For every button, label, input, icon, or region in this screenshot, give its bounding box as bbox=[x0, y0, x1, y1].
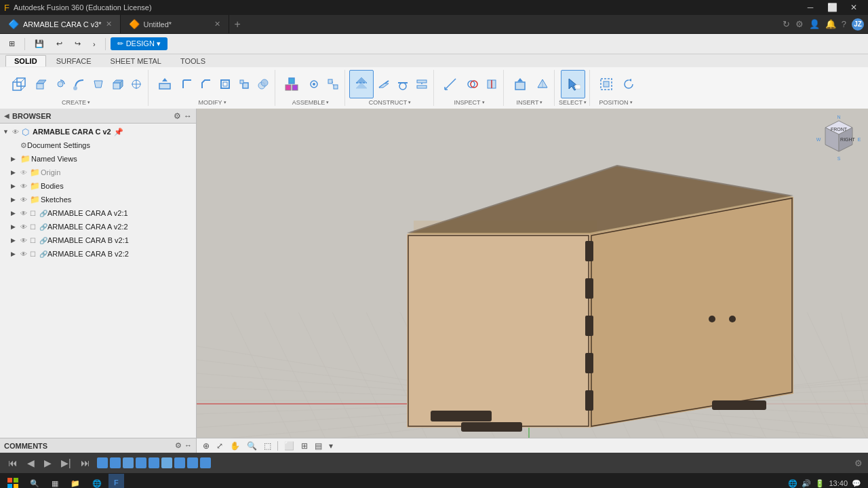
timeline-item-4[interactable] bbox=[136, 457, 146, 468]
timeline-next-button[interactable]: ▶| bbox=[58, 456, 74, 470]
timeline-item-2[interactable] bbox=[110, 457, 121, 468]
tree-cara-a-v1[interactable]: ▶ 👁 ☐ 🔗 ARMABLE CARA A v2:1 bbox=[0, 206, 196, 220]
taskbar-edge[interactable]: 🌐 bbox=[87, 474, 107, 488]
pan-icon[interactable]: ✋ bbox=[228, 440, 242, 452]
tab-close-button[interactable]: ✕ bbox=[106, 20, 112, 29]
revolve-icon[interactable] bbox=[52, 75, 69, 93]
battery-icon[interactable]: 🔋 bbox=[815, 479, 825, 488]
network-icon[interactable]: 🌐 bbox=[788, 479, 797, 488]
cara-b1-vis[interactable]: 👁 bbox=[20, 237, 30, 244]
undo-button[interactable]: ↩ bbox=[52, 36, 67, 52]
render-settings-icon[interactable]: ▾ bbox=[327, 440, 335, 452]
tangent-plane-icon[interactable] bbox=[394, 75, 412, 93]
press-pull-icon[interactable] bbox=[153, 70, 177, 98]
save-button[interactable]: 💾 bbox=[30, 36, 49, 52]
tree-root-item[interactable]: ▼ 👁 ⬡ ARMABLE CARA C v2 📌 bbox=[0, 125, 196, 138]
offset-plane-icon[interactable] bbox=[349, 70, 374, 98]
tree-named-views[interactable]: ▶ 📁 Named Views bbox=[0, 152, 196, 166]
tree-cara-b-v1[interactable]: ▶ 👁 ☐ 🔗 ARMABLE CARA B v2:1 bbox=[0, 233, 196, 247]
cara-a2-vis[interactable]: 👁 bbox=[20, 223, 30, 231]
cara-b2-vis[interactable]: 👁 bbox=[20, 250, 30, 258]
measure-icon[interactable] bbox=[438, 70, 462, 98]
redo-button[interactable]: ↪ bbox=[70, 36, 85, 52]
shell-icon[interactable] bbox=[216, 75, 234, 93]
fillet-icon[interactable] bbox=[178, 75, 196, 93]
tab-surface[interactable]: SURFACE bbox=[47, 55, 100, 67]
tab-close-button-2[interactable]: ✕ bbox=[214, 20, 220, 29]
minimize-button[interactable]: ─ bbox=[800, 0, 821, 15]
tree-cara-b-v2[interactable]: ▶ 👁 ☐ 🔗 ARMABLE CARA B v2:2 bbox=[0, 247, 196, 261]
tab-armable-cara-c[interactable]: 🔷 ARMABLE CARA C v3* ✕ bbox=[0, 15, 121, 33]
timeline-item-6[interactable] bbox=[161, 457, 172, 468]
timeline-item-1[interactable] bbox=[97, 457, 108, 468]
notification-center-icon[interactable]: 💬 bbox=[852, 479, 861, 488]
user-avatar[interactable]: JZ bbox=[852, 18, 864, 31]
origin-visibility-icon[interactable]: 👁 bbox=[20, 169, 30, 176]
timeline-step-forward-button[interactable]: ⏭ bbox=[78, 456, 93, 470]
combine-icon[interactable] bbox=[254, 75, 272, 93]
cara-b1-check[interactable]: ☐ bbox=[30, 237, 39, 244]
cara-b1-expand[interactable]: ▶ bbox=[11, 237, 20, 244]
taskbar-widgets[interactable]: ▦ bbox=[46, 474, 64, 488]
joint-icon[interactable] bbox=[305, 75, 323, 93]
timeline-item-7[interactable] bbox=[174, 457, 185, 468]
timeline-item-5[interactable] bbox=[149, 457, 159, 468]
construct-dropdown-arrow[interactable]: ▾ bbox=[408, 100, 411, 105]
views-expand-arrow[interactable]: ▶ bbox=[11, 155, 20, 162]
browser-resize-icon[interactable]: ↔ bbox=[184, 111, 192, 121]
loft-icon[interactable] bbox=[90, 75, 107, 93]
timeline-item-3[interactable] bbox=[123, 457, 134, 468]
apps-button[interactable]: ⊞ bbox=[4, 36, 20, 52]
bodies-visibility-icon[interactable]: 👁 bbox=[20, 183, 30, 190]
settings-icon[interactable]: ⚙ bbox=[795, 19, 804, 29]
tree-document-settings[interactable]: ⚙ Document Settings bbox=[0, 138, 196, 152]
windows-start-button[interactable] bbox=[3, 474, 23, 488]
timeline-play-button[interactable]: ▶ bbox=[41, 456, 54, 470]
more-button[interactable]: › bbox=[88, 36, 100, 52]
scale-icon[interactable] bbox=[235, 75, 253, 93]
cara-b2-check[interactable]: ☐ bbox=[30, 250, 39, 258]
new-component-icon[interactable] bbox=[7, 70, 31, 98]
timeline-settings-icon[interactable]: ⚙ bbox=[854, 458, 863, 468]
interference-icon[interactable] bbox=[464, 75, 481, 93]
viewport[interactable]: FRONT RIGHT S N W E ⊕ ⤢ ✋ 🔍 ⬚ ⬜ ⊞ ▤ ▾ bbox=[197, 109, 868, 453]
tab-tools[interactable]: TOOLS bbox=[172, 55, 214, 67]
tree-bodies[interactable]: ▶ 👁 📁 Bodies bbox=[0, 179, 196, 193]
zoom-window-icon[interactable]: ⬚ bbox=[262, 440, 273, 452]
midplane-icon[interactable] bbox=[413, 75, 431, 93]
help-icon[interactable]: ? bbox=[842, 19, 846, 29]
assemble-dropdown-arrow[interactable]: ▾ bbox=[326, 100, 329, 105]
cara-a1-expand[interactable]: ▶ bbox=[11, 210, 20, 217]
viewcube[interactable]: FRONT RIGHT S N W E bbox=[815, 114, 863, 162]
taskbar-search[interactable]: 🔍 bbox=[24, 474, 45, 488]
browser-settings-icon[interactable]: ⚙ bbox=[174, 111, 181, 121]
sketches-visibility-icon[interactable]: 👁 bbox=[20, 196, 30, 204]
tab-untitled[interactable]: 🔶 Untitled* ✕ bbox=[121, 15, 229, 33]
close-button[interactable]: ✕ bbox=[844, 0, 864, 15]
browser-collapse-button[interactable]: ◀ bbox=[4, 112, 9, 119]
cara-a2-check[interactable]: ☐ bbox=[30, 223, 39, 231]
tree-cara-a-v2[interactable]: ▶ 👁 ☐ 🔗 ARMABLE CARA A v2:2 bbox=[0, 220, 196, 233]
chamfer-icon[interactable] bbox=[197, 75, 215, 93]
position-dropdown-arrow[interactable]: ▾ bbox=[630, 100, 633, 105]
notification-icon[interactable]: 🔔 bbox=[825, 19, 836, 29]
inspect-dropdown-arrow[interactable]: ▾ bbox=[482, 100, 485, 105]
root-visibility-icon[interactable]: 👁 bbox=[12, 128, 22, 136]
comments-settings-icon[interactable]: ⚙ bbox=[175, 441, 182, 450]
sketches-expand-arrow[interactable]: ▶ bbox=[11, 196, 20, 203]
capture-position-icon[interactable] bbox=[594, 70, 618, 98]
taskbar-fusion[interactable]: F bbox=[108, 474, 124, 488]
design-button[interactable]: ✏ DESIGN ▾ bbox=[111, 37, 167, 50]
taskbar-explorer[interactable]: 📁 bbox=[65, 474, 85, 488]
root-pin-icon[interactable]: 📌 bbox=[114, 128, 123, 136]
revert-position-icon[interactable] bbox=[620, 75, 637, 93]
account-icon[interactable]: 👤 bbox=[809, 19, 820, 29]
grid-icon[interactable]: ⊞ bbox=[299, 440, 310, 452]
clock-display[interactable]: 13:40 bbox=[829, 479, 848, 487]
timeline-item-9[interactable] bbox=[200, 457, 211, 468]
tab-sheet-metal[interactable]: SHEET METAL bbox=[102, 55, 170, 67]
rigid-group-icon[interactable] bbox=[324, 75, 342, 93]
root-expand-arrow[interactable]: ▼ bbox=[3, 128, 12, 135]
tree-sketches[interactable]: ▶ 👁 📁 Sketches bbox=[0, 193, 196, 206]
select-dropdown-arrow[interactable]: ▾ bbox=[584, 100, 587, 105]
